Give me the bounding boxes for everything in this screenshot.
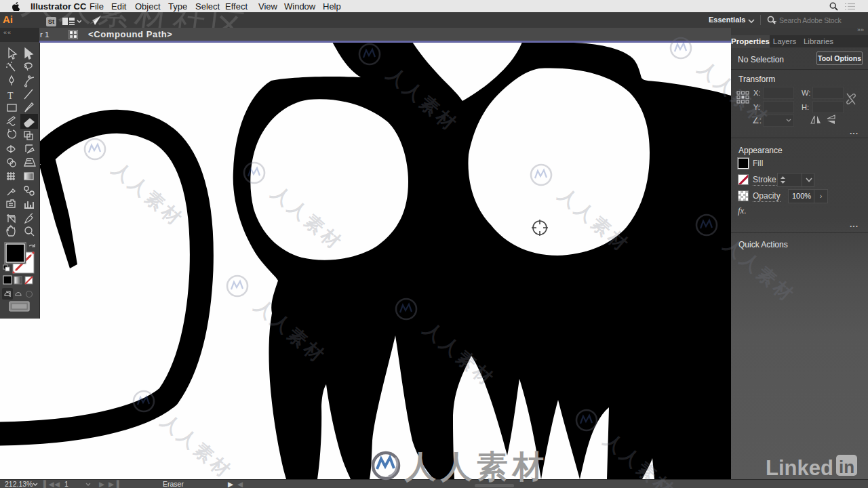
svg-text:T: T: [7, 91, 14, 101]
